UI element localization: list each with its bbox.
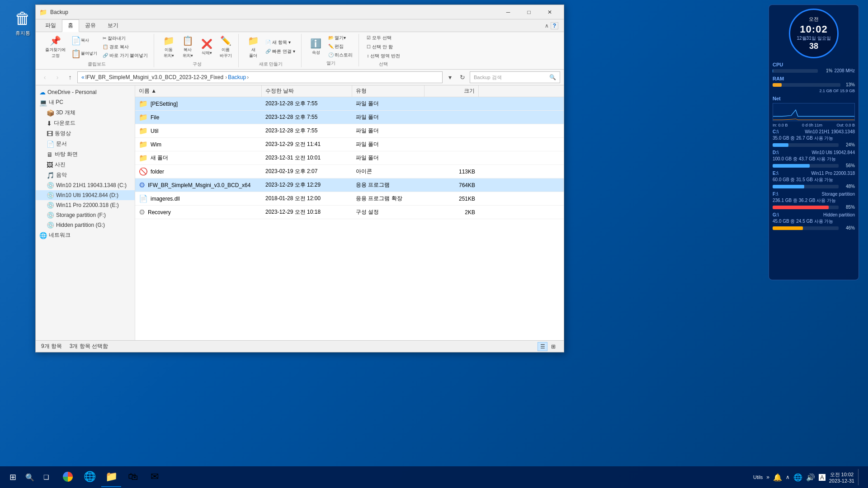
- list-view-button[interactable]: ☰: [538, 342, 547, 351]
- file-row[interactable]: 📁 새 폴더 2023-12-31 오전 10:01 파일 폴더: [135, 151, 564, 165]
- taskbar-mail[interactable]: ✉: [145, 467, 165, 487]
- drive-row: E:\ Win11 Pro 22000.318 60.0 GB 중 31.5 G…: [773, 171, 855, 189]
- status-bar: 9개 항목 3개 항목 선택함 ☰ ⊞: [36, 340, 564, 352]
- paste-shortcut-button[interactable]: 🔗 바로 가기 붙여넣기: [100, 52, 150, 60]
- taskbar-chrome[interactable]: [58, 467, 78, 487]
- file-row[interactable]: 📁 Util 2023-12-28 오후 7:55 파일 폴더: [135, 124, 564, 138]
- edit-button[interactable]: ✏️ 편집: [326, 42, 355, 51]
- task-view-button[interactable]: ❑: [38, 469, 54, 485]
- new-folder-button[interactable]: 📁 새폴더: [244, 34, 262, 60]
- taskbar-show-hidden-icon[interactable]: ∧: [786, 474, 790, 480]
- nav-onedrive[interactable]: ☁ OneDrive - Personal: [36, 87, 135, 97]
- maximize-button[interactable]: □: [519, 5, 539, 19]
- copy-path-button[interactable]: 📋 경로 복사: [100, 43, 150, 51]
- nav-mypc[interactable]: 💻 내 PC: [36, 97, 135, 108]
- net-stats: In: 0.0 B 0 d 0h 11m Out: 0.0 B: [773, 123, 855, 127]
- taskbar-show-desktop-button[interactable]: [858, 469, 861, 485]
- paste-button[interactable]: 📋 붙여넣기: [69, 47, 99, 60]
- file-row[interactable]: 📁 File 2023-12-28 오후 7:55 파일 폴더: [135, 111, 564, 124]
- nav-drive-g[interactable]: 💿 Hidden partition (G:): [36, 220, 135, 230]
- open-button[interactable]: 📂 열기▾: [326, 34, 355, 42]
- clock-ampm: 오전: [809, 16, 819, 23]
- status-item-count: 9개 항목 3개 항목 선택함: [41, 343, 108, 350]
- nav-drive-d[interactable]: 💿 Win10 Ulti 19042.844 (D:): [36, 190, 135, 200]
- clipboard-label: 클립보드: [88, 61, 106, 67]
- nav-drive-f[interactable]: 💿 Storage partition (F:): [36, 210, 135, 220]
- nav-desktop[interactable]: 🖥 바탕 화면: [36, 149, 135, 160]
- address-path[interactable]: « IFW_BR_SimpleM_Msgini_v3.0_BCD_2023-12…: [77, 71, 443, 83]
- new-item-button[interactable]: 📄 새 항목 ▾: [263, 38, 297, 47]
- desktop: 🗑 휴지통 📁 Backup ─ □ ✕ 파일 홈 공유 보기 ∧: [0, 0, 868, 488]
- clock: 오전 10:02 12월31일 일요일 38: [789, 9, 839, 58]
- col-date-header[interactable]: 수정한 날짜: [262, 85, 352, 97]
- quick-access-button[interactable]: 🔗 빠른 연결 ▾: [263, 47, 297, 56]
- file-row[interactable]: 📁 Wim 2023-12-29 오전 11:41 파일 폴더: [135, 138, 564, 151]
- nav-network[interactable]: 🌐 네트워크: [36, 230, 135, 240]
- view-buttons: ☰ ⊞: [538, 342, 558, 351]
- ribbon-collapse-icon[interactable]: ∧: [545, 23, 549, 29]
- nav-drive-e[interactable]: 💿 Win11 Pro 22000.318 (E:): [36, 200, 135, 210]
- col-size-header[interactable]: 크기: [425, 85, 479, 97]
- recycle-bin-icon[interactable]: 🗑 휴지통: [9, 9, 36, 37]
- taskbar-volume-icon[interactable]: 🔊: [806, 473, 815, 482]
- select-none-button[interactable]: ☐ 선택 안 함: [364, 43, 402, 51]
- drive-row: G:\ Hidden partition 45.0 GB 중 24.5 GB 사…: [773, 212, 855, 230]
- col-type-header[interactable]: 유형: [352, 85, 425, 97]
- taskbar-store[interactable]: 🛍: [123, 467, 143, 487]
- move-to-button[interactable]: 📁 이동위치▾: [160, 34, 178, 60]
- close-button[interactable]: ✕: [539, 5, 560, 19]
- nav-drive-c[interactable]: 💿 Win10 21H1 19043.1348 (C:): [36, 180, 135, 190]
- nav-downloads[interactable]: ⬇ 다운로드: [36, 118, 135, 128]
- up-button[interactable]: ↑: [65, 72, 75, 83]
- properties-button[interactable]: ℹ️ 속성: [307, 37, 325, 57]
- pin-button[interactable]: 📌 즐겨찾기에고정: [43, 34, 68, 60]
- open-label: 열기: [326, 60, 335, 66]
- history-button[interactable]: 🕐 히스토리: [326, 51, 355, 59]
- file-row[interactable]: 📄 imageres.dll 2018-01-28 오전 12:00 응용 프로…: [135, 192, 564, 206]
- ribbon-tab-file[interactable]: 파일: [39, 19, 62, 32]
- cut-button[interactable]: ✂ 잘라내기: [100, 34, 150, 42]
- tray-clock[interactable]: 오전 10:02 2023-12-31: [829, 471, 854, 483]
- ram-bar-bg: [773, 83, 840, 87]
- delete-button[interactable]: ❌ 삭제▾: [198, 37, 216, 57]
- taskbar-ime-icon[interactable]: A: [819, 474, 826, 481]
- file-row[interactable]: 🚫 folder 2023-02-19 오후 2:07 아이콘 113KB: [135, 165, 564, 178]
- grid-view-button[interactable]: ⊞: [548, 342, 558, 351]
- taskbar-more-icon[interactable]: »: [766, 474, 769, 480]
- rename-button[interactable]: ✏️ 이름바꾸기: [217, 34, 235, 60]
- ribbon-tab-view[interactable]: 보기: [102, 19, 124, 32]
- search-box[interactable]: Backup 검색 🔍: [470, 71, 560, 83]
- copy-button[interactable]: 📄 복사: [69, 34, 99, 47]
- nav-music[interactable]: 🎵 음악: [36, 170, 135, 180]
- nav-documents[interactable]: 📄 문서: [36, 139, 135, 149]
- ribbon-help-icon[interactable]: ?: [551, 22, 558, 29]
- nav-3d[interactable]: 📦 3D 개체: [36, 108, 135, 118]
- taskbar-network-icon[interactable]: 🌐: [793, 473, 802, 482]
- back-button[interactable]: ‹: [39, 72, 50, 83]
- taskbar-explorer[interactable]: 📁: [101, 467, 121, 487]
- copy-to-button[interactable]: 📋 복사위치▾: [179, 34, 197, 60]
- nav-videos[interactable]: 🎞 동영상: [36, 128, 135, 139]
- start-button[interactable]: ⊞: [4, 468, 22, 486]
- explorer-window: 📁 Backup ─ □ ✕ 파일 홈 공유 보기 ∧ ?: [35, 5, 564, 352]
- col-name-header[interactable]: 이름 ▲: [135, 85, 262, 97]
- taskbar-notification-icon[interactable]: 🔔: [773, 473, 782, 482]
- ribbon-tab-home[interactable]: 홈: [62, 19, 79, 32]
- file-row[interactable]: ⚙ Recovery 2023-12-29 오전 10:18 구성 설정 2KB: [135, 206, 564, 219]
- file-row[interactable]: 📁 [PESetting] 2023-12-28 오후 7:55 파일 폴더: [135, 97, 564, 111]
- invert-selection-button[interactable]: ↕ 선택 영역 반전: [364, 52, 402, 60]
- organize-label: 구성: [193, 61, 202, 67]
- refresh-button[interactable]: ↻: [457, 72, 468, 83]
- cpu-bar-row: 1% 2208 MHz: [773, 68, 855, 73]
- file-row[interactable]: ⚙ IFW_BR_SimpleM_Msgini_v3.0_BCD_x64 202…: [135, 178, 564, 192]
- minimize-button[interactable]: ─: [498, 5, 519, 19]
- nav-pane: ☁ OneDrive - Personal 💻 내 PC 📦 3D 개체 ⬇ 다…: [36, 85, 135, 340]
- path-dropdown-button[interactable]: ▾: [444, 72, 455, 83]
- forward-button[interactable]: ›: [52, 72, 63, 83]
- ribbon-tab-share[interactable]: 공유: [79, 19, 102, 32]
- select-all-button[interactable]: ☑ 모두 선택: [364, 34, 402, 42]
- taskbar-edge[interactable]: 🌐: [80, 467, 99, 487]
- nav-pictures[interactable]: 🖼 사진: [36, 160, 135, 170]
- main-area: ☁ OneDrive - Personal 💻 내 PC 📦 3D 개체 ⬇ 다…: [36, 85, 564, 340]
- taskbar-search-button[interactable]: 🔍: [22, 469, 38, 485]
